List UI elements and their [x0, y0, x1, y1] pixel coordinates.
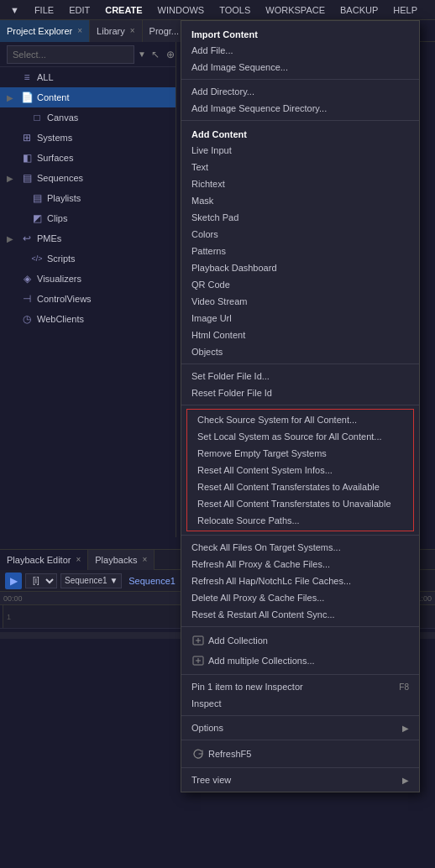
menu-check-source-system[interactable]: Check Source System for All Content...: [187, 411, 413, 428]
menu-patterns[interactable]: Patterns: [181, 243, 419, 259]
menu-reset-restart[interactable]: Reset & Restart All Content Sync...: [181, 606, 419, 623]
context-menu: Import Content Add File... Add Image Seq…: [181, 20, 420, 792]
menu-delete-proxy[interactable]: Delete All Proxy & Cache Files...: [181, 589, 419, 606]
separator-3: [181, 363, 419, 364]
menu-colors[interactable]: Colors: [181, 226, 419, 243]
highlighted-section: Check Source System for All Content... S…: [186, 409, 414, 531]
refresh-icon: [191, 747, 205, 761]
menu-set-local-system[interactable]: Set Local System as Source for All Conte…: [187, 428, 413, 445]
menu-add-image-sequence[interactable]: Add Image Sequence...: [181, 59, 419, 76]
separator-9: [181, 740, 419, 740]
menu-reset-folder-file-id[interactable]: Reset Folder File Id: [181, 384, 419, 401]
menu-video-stream[interactable]: Video Stream: [181, 293, 419, 310]
dropdown-overlay: Import Content Add File... Add Image Seq…: [0, 0, 435, 868]
menu-image-url[interactable]: Image Url: [181, 310, 419, 327]
menu-objects[interactable]: Objects: [181, 343, 419, 360]
add-content-header: Add Content: [181, 124, 419, 142]
menu-playback-dashboard[interactable]: Playback Dashboard: [181, 259, 419, 276]
menu-add-collection[interactable]: Add Collection: [181, 630, 419, 651]
menu-html-content[interactable]: Html Content: [181, 327, 419, 343]
menu-richtext[interactable]: Richtext: [181, 175, 419, 192]
separator-6: [181, 626, 419, 627]
separator-10: [181, 767, 419, 768]
menu-text[interactable]: Text: [181, 159, 419, 175]
separator-4: [181, 405, 419, 405]
menu-tree-view[interactable]: Tree view ▶: [181, 771, 419, 788]
menu-set-folder-file-id[interactable]: Set Folder File Id...: [181, 368, 419, 384]
menu-reset-transferstates-available[interactable]: Reset All Content Transferstates to Avai…: [187, 478, 413, 495]
menu-sketch-pad[interactable]: Sketch Pad: [181, 209, 419, 226]
add-collection-icon: [191, 634, 205, 647]
menu-options[interactable]: Options ▶: [181, 719, 419, 736]
separator-7: [181, 674, 419, 675]
import-content-header: Import Content: [181, 24, 419, 42]
menu-add-directory[interactable]: Add Directory...: [181, 83, 419, 100]
menu-inspect[interactable]: Inspect: [181, 695, 419, 712]
menu-pin-item[interactable]: Pin 1 item to new Inspector F8: [181, 678, 419, 695]
refresh-shortcut: F5: [241, 749, 252, 759]
menu-reset-all-content-system[interactable]: Reset All Content System Infos...: [187, 462, 413, 478]
menu-qr-code[interactable]: QR Code: [181, 276, 419, 293]
menu-check-all-files[interactable]: Check All Files On Target Systems...: [181, 539, 419, 556]
pin-shortcut: F8: [399, 682, 409, 692]
separator-1: [181, 79, 419, 80]
menu-add-image-sequence-directory[interactable]: Add Image Sequence Directory...: [181, 100, 419, 117]
separator-5: [181, 535, 419, 536]
menu-reset-transferstates-unavailable[interactable]: Reset All Content Transferstates to Unav…: [187, 495, 413, 512]
tree-view-arrow-icon: ▶: [402, 776, 409, 785]
menu-add-multiple-collections[interactable]: Add multiple Collections...: [181, 651, 419, 671]
menu-refresh-hap[interactable]: Refresh All Hap/NotchLc File Caches...: [181, 573, 419, 589]
menu-relocate-source-paths[interactable]: Relocate Source Paths...: [187, 512, 413, 529]
separator-2: [181, 120, 419, 121]
options-arrow-icon: ▶: [402, 724, 409, 733]
add-multiple-collections-icon: [191, 654, 205, 667]
separator-8: [181, 715, 419, 716]
menu-live-input[interactable]: Live Input: [181, 142, 419, 159]
menu-mask[interactable]: Mask: [181, 192, 419, 209]
menu-refresh[interactable]: Refresh F5: [181, 744, 419, 764]
menu-remove-empty-target[interactable]: Remove Empty Target Systems: [187, 445, 413, 462]
menu-refresh-proxy[interactable]: Refresh All Proxy & Cache Files...: [181, 556, 419, 573]
menu-add-file[interactable]: Add File...: [181, 42, 419, 59]
